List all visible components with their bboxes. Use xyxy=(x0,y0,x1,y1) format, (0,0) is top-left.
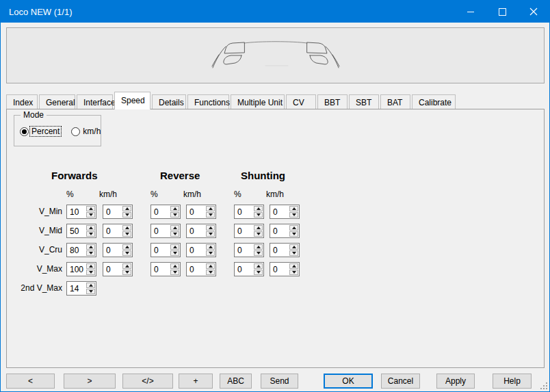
spin-up-button[interactable] xyxy=(289,206,298,211)
spin-up-button[interactable] xyxy=(289,244,298,250)
spin-value[interactable]: 0 xyxy=(187,224,205,237)
spin-up-button[interactable] xyxy=(289,263,298,269)
spin-value[interactable]: 0 xyxy=(235,244,253,257)
spin-vmin-rev-percent[interactable]: 0 xyxy=(150,205,181,219)
spin-value[interactable]: 0 xyxy=(235,205,253,218)
spin-down-button[interactable] xyxy=(122,231,131,237)
tab-bbt[interactable]: BBT xyxy=(317,94,348,109)
code-button[interactable]: </> xyxy=(122,374,173,389)
spin-up-button[interactable] xyxy=(86,244,95,250)
maximize-button[interactable] xyxy=(486,1,518,23)
apply-button[interactable]: Apply xyxy=(436,374,475,389)
spin-value[interactable]: 0 xyxy=(103,205,122,218)
spin-up-button[interactable] xyxy=(254,206,263,211)
spin-down-button[interactable] xyxy=(254,250,263,256)
spin-vcru-shunt-percent[interactable]: 0 xyxy=(234,243,264,257)
spin-vmax-rev-percent[interactable]: 0 xyxy=(150,262,181,276)
spin-vmin-shunt-percent[interactable]: 0 xyxy=(234,205,264,219)
spin-down-button[interactable] xyxy=(122,270,131,275)
next-loco-button[interactable]: > xyxy=(64,374,116,389)
resize-grip[interactable] xyxy=(540,382,547,389)
spin-up-button[interactable] xyxy=(122,244,131,250)
kmh-radio[interactable] xyxy=(71,127,80,136)
spin-down-button[interactable] xyxy=(289,231,298,237)
spin-vmid-fwd-percent[interactable]: 50 xyxy=(66,224,96,238)
spin-vmid-rev-percent[interactable]: 0 xyxy=(150,224,181,238)
tab-speed[interactable]: Speed xyxy=(114,92,150,109)
spin-down-button[interactable] xyxy=(254,212,263,218)
spin-value[interactable]: 0 xyxy=(187,263,205,276)
tab-functions[interactable]: Functions xyxy=(187,94,229,109)
titlebar[interactable]: Loco NEW (1/1) xyxy=(1,1,549,23)
spin-value[interactable]: 0 xyxy=(151,205,170,218)
spin-down-button[interactable] xyxy=(254,231,263,237)
spin-up-button[interactable] xyxy=(206,244,215,250)
spin-vmax-rev-kmh[interactable]: 0 xyxy=(186,262,216,276)
spin-up-button[interactable] xyxy=(122,206,131,211)
tab-bat[interactable]: BAT xyxy=(380,94,410,109)
spin-value[interactable]: 0 xyxy=(235,263,253,276)
spin-down-button[interactable] xyxy=(170,270,179,275)
spin-value[interactable]: 0 xyxy=(103,263,122,276)
spin-up-button[interactable] xyxy=(206,206,215,211)
spin-down-button[interactable] xyxy=(86,231,95,237)
spin-vmin-rev-kmh[interactable]: 0 xyxy=(186,205,216,219)
spin-down-button[interactable] xyxy=(206,212,215,218)
spin-vmid-fwd-kmh[interactable]: 0 xyxy=(103,224,133,238)
spin-up-button[interactable] xyxy=(254,263,263,269)
spin-up-button[interactable] xyxy=(122,225,131,231)
spin-up-button[interactable] xyxy=(254,244,263,250)
spin-up-button[interactable] xyxy=(86,283,95,288)
spin-2nd-vmax-fwd-percent[interactable]: 14 xyxy=(66,281,96,296)
spin-down-button[interactable] xyxy=(170,212,179,218)
spin-down-button[interactable] xyxy=(206,250,215,256)
add-button[interactable]: + xyxy=(179,374,213,389)
tab-general[interactable]: General xyxy=(39,94,75,109)
spin-down-button[interactable] xyxy=(86,270,95,275)
spin-vcru-fwd-kmh[interactable]: 0 xyxy=(103,243,133,257)
spin-vmax-shunt-percent[interactable]: 0 xyxy=(234,262,264,276)
spin-down-button[interactable] xyxy=(86,212,95,218)
spin-value[interactable]: 0 xyxy=(270,244,289,257)
spin-value[interactable]: 50 xyxy=(67,224,86,237)
spin-down-button[interactable] xyxy=(289,212,298,218)
spin-vcru-shunt-kmh[interactable]: 0 xyxy=(270,243,300,257)
send-button[interactable]: Send xyxy=(261,374,298,389)
spin-up-button[interactable] xyxy=(170,263,179,269)
spin-value[interactable]: 0 xyxy=(270,224,289,237)
spin-value[interactable]: 0 xyxy=(151,244,170,257)
spin-value[interactable]: 0 xyxy=(151,224,170,237)
spin-value[interactable]: 0 xyxy=(270,263,289,276)
percent-radio-label[interactable]: Percent xyxy=(30,127,61,136)
spin-vmin-shunt-kmh[interactable]: 0 xyxy=(270,205,300,219)
tab-calibrate[interactable]: Calibrate xyxy=(412,94,456,109)
tab-multiple-unit[interactable]: Multiple Unit xyxy=(231,94,285,109)
spin-value[interactable]: 0 xyxy=(187,244,205,257)
spin-up-button[interactable] xyxy=(206,263,215,269)
spin-up-button[interactable] xyxy=(86,263,95,269)
spin-value[interactable]: 0 xyxy=(103,244,122,257)
spin-down-button[interactable] xyxy=(206,270,215,275)
spin-value[interactable]: 14 xyxy=(67,282,86,295)
spin-vmid-shunt-percent[interactable]: 0 xyxy=(234,224,264,238)
tab-sbt[interactable]: SBT xyxy=(349,94,379,109)
close-button[interactable] xyxy=(518,1,549,23)
spin-vmax-fwd-kmh[interactable]: 0 xyxy=(103,262,133,276)
spin-up-button[interactable] xyxy=(86,206,95,211)
spin-down-button[interactable] xyxy=(289,250,298,256)
spin-vmin-fwd-kmh[interactable]: 0 xyxy=(103,205,133,219)
spin-vmid-rev-kmh[interactable]: 0 xyxy=(186,224,216,238)
spin-vmax-shunt-kmh[interactable]: 0 xyxy=(270,262,300,276)
spin-value[interactable]: 80 xyxy=(67,244,86,257)
spin-value[interactable]: 100 xyxy=(67,263,86,276)
spin-down-button[interactable] xyxy=(254,270,263,275)
tab-interface[interactable]: Interface xyxy=(77,94,113,109)
spin-down-button[interactable] xyxy=(289,270,298,275)
spin-down-button[interactable] xyxy=(122,250,131,256)
spin-vcru-fwd-percent[interactable]: 80 xyxy=(66,243,96,257)
spin-vmid-shunt-kmh[interactable]: 0 xyxy=(270,224,300,238)
ok-button[interactable]: OK xyxy=(324,374,373,389)
minimize-button[interactable] xyxy=(455,1,486,23)
spin-value[interactable]: 0 xyxy=(235,224,253,237)
spin-value[interactable]: 0 xyxy=(187,205,205,218)
